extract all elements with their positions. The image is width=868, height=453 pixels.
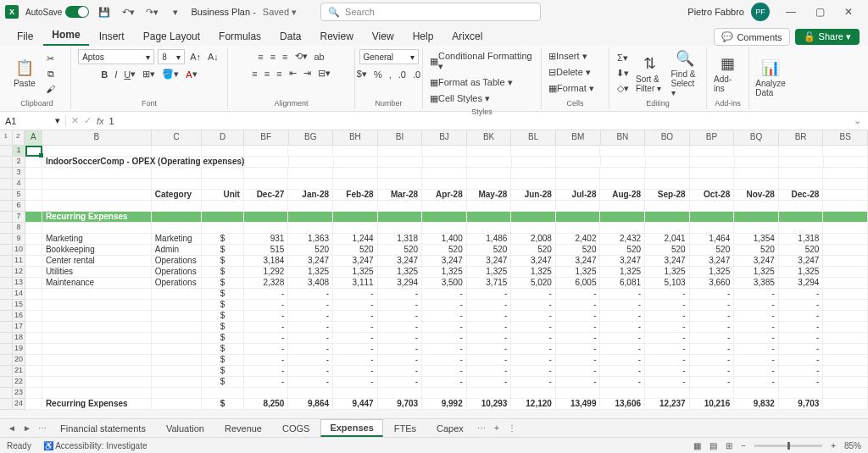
cell[interactable]: 2,402 — [556, 234, 601, 245]
cell[interactable]: May-28 — [467, 190, 512, 201]
row-header-4[interactable]: 4 — [0, 179, 25, 190]
cell[interactable] — [244, 212, 289, 223]
cell[interactable]: - — [556, 377, 601, 388]
cell[interactable]: - — [288, 311, 333, 322]
cell[interactable] — [152, 399, 203, 410]
cell[interactable]: 3,247 — [333, 256, 378, 267]
spreadsheet-grid[interactable]: 12 ABCDBFBGBHBIBJBKBLBMBNBOBPBQBRBS 1234… — [0, 130, 868, 410]
col-header-BL[interactable]: BL — [511, 130, 556, 145]
cell[interactable]: - — [511, 300, 556, 311]
cell[interactable] — [42, 377, 152, 388]
cell[interactable]: - — [333, 377, 378, 388]
cell[interactable] — [467, 168, 512, 179]
cell[interactable]: - — [467, 300, 512, 311]
cell[interactable]: - — [244, 355, 289, 366]
cell[interactable] — [422, 146, 467, 157]
cell[interactable] — [556, 168, 601, 179]
cell[interactable] — [152, 300, 203, 311]
cell[interactable] — [823, 355, 868, 366]
cell[interactable] — [25, 366, 42, 377]
cell[interactable] — [378, 179, 423, 190]
close-button[interactable]: ✕ — [834, 2, 863, 22]
cell[interactable]: Feb-28 — [333, 190, 378, 201]
accessibility-status[interactable]: ♿ Accessibility: Investigate — [43, 441, 147, 450]
cell[interactable]: 6,005 — [556, 278, 601, 289]
cell[interactable] — [378, 223, 423, 234]
cell[interactable]: 3,408 — [288, 278, 333, 289]
sheet-nav-prev[interactable]: ◄ — [5, 423, 19, 433]
cell[interactable] — [152, 344, 203, 355]
cell[interactable] — [556, 223, 601, 234]
autosum-icon[interactable]: Σ▾ — [615, 51, 631, 65]
fx-icon[interactable]: fx — [97, 116, 104, 126]
cell[interactable]: 3,715 — [467, 278, 512, 289]
cell[interactable] — [378, 157, 423, 168]
cell[interactable]: Mar-28 — [378, 190, 423, 201]
col-header-BR[interactable]: BR — [779, 130, 824, 145]
cell[interactable]: Unit — [202, 190, 244, 201]
cell[interactable]: - — [288, 300, 333, 311]
cell[interactable]: - — [556, 322, 601, 333]
cell[interactable]: - — [779, 311, 824, 322]
save-icon[interactable]: 💾 — [96, 3, 113, 20]
outline-gutter[interactable]: 12 — [0, 130, 25, 146]
row-header-6[interactable]: 6 — [0, 201, 25, 212]
cell[interactable]: 1,325 — [288, 267, 333, 278]
align-center-icon[interactable]: ≡ — [263, 67, 271, 80]
cell[interactable] — [42, 289, 152, 300]
cell[interactable] — [690, 201, 735, 212]
cell[interactable] — [288, 179, 333, 190]
dec-decimal-icon[interactable]: .0 — [411, 68, 422, 81]
row-header-8[interactable]: 8 — [0, 223, 25, 234]
cell[interactable]: - — [734, 311, 779, 322]
cell[interactable]: - — [422, 300, 467, 311]
find-select-button[interactable]: 🔍Find & Select ▾ — [670, 51, 702, 97]
cell[interactable]: - — [288, 322, 333, 333]
cell[interactable] — [823, 333, 868, 344]
cell[interactable]: Marketing — [152, 234, 203, 245]
name-box[interactable]: A1▾ — [0, 115, 66, 126]
column-headers[interactable]: ABCDBFBGBHBIBJBKBLBMBNBOBPBQBRBS — [25, 130, 868, 146]
cell[interactable]: 9,703 — [779, 399, 824, 410]
cell[interactable]: 3,247 — [600, 256, 645, 267]
cell[interactable]: - — [779, 322, 824, 333]
cell[interactable]: - — [244, 377, 289, 388]
cell[interactable]: 3,247 — [645, 256, 690, 267]
cell[interactable]: 520 — [779, 245, 824, 256]
cell[interactable] — [244, 146, 289, 157]
redo-icon[interactable]: ↷▾ — [143, 3, 160, 20]
cell[interactable] — [779, 201, 824, 212]
fill-icon[interactable]: ⬇▾ — [615, 66, 631, 80]
cell[interactable]: - — [467, 344, 512, 355]
cell[interactable] — [422, 201, 467, 212]
cell[interactable]: - — [378, 300, 423, 311]
share-button[interactable]: 🔓 Share ▾ — [795, 29, 860, 45]
cell[interactable] — [823, 201, 868, 212]
cell[interactable]: - — [690, 322, 735, 333]
indent-dec-icon[interactable]: ⇤ — [287, 66, 298, 80]
cell[interactable] — [467, 388, 512, 399]
cell[interactable]: 13,499 — [556, 399, 601, 410]
toggle-on-icon[interactable] — [65, 6, 89, 18]
cell[interactable]: Utilities — [42, 267, 152, 278]
tab-file[interactable]: File — [8, 27, 42, 46]
cell[interactable]: - — [779, 355, 824, 366]
row-header-21[interactable]: 21 — [0, 366, 25, 377]
col-header-BK[interactable]: BK — [467, 130, 512, 145]
cell[interactable] — [152, 168, 203, 179]
cell[interactable]: Aug-28 — [600, 190, 645, 201]
cell[interactable]: Operations — [152, 267, 203, 278]
cell[interactable] — [823, 179, 868, 190]
cell[interactable] — [42, 201, 152, 212]
cell[interactable]: 520 — [734, 245, 779, 256]
cell[interactable]: IndoorSoccerComp - OPEX (Operating expen… — [42, 157, 153, 168]
cell[interactable] — [25, 146, 42, 157]
row-header-23[interactable]: 23 — [0, 388, 25, 399]
cell[interactable]: 9,864 — [288, 399, 333, 410]
cell[interactable]: $ — [202, 289, 244, 300]
cell[interactable]: - — [690, 377, 735, 388]
conditional-formatting-button[interactable]: ▦ Conditional Formatting ▾ — [428, 49, 536, 74]
cell[interactable] — [823, 289, 868, 300]
cell[interactable]: $ — [202, 344, 244, 355]
cell[interactable]: - — [511, 289, 556, 300]
